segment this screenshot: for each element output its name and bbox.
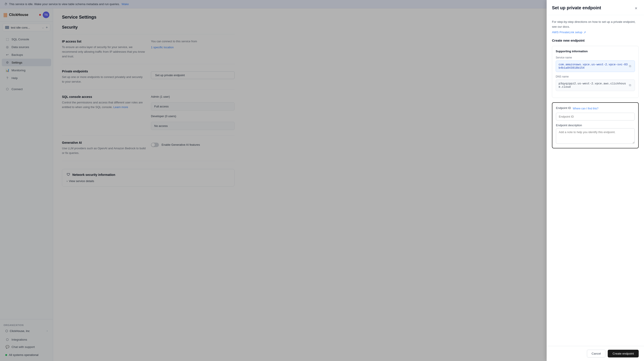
panel-title: Set up private endpoint	[552, 5, 601, 11]
cancel-button[interactable]: Cancel	[587, 350, 606, 357]
panel-description: For step-by-step directions on how to se…	[552, 20, 639, 29]
endpoint-desc-label: Endpoint description	[556, 124, 635, 127]
copy-service-name-button[interactable]: ⧉	[628, 64, 632, 69]
dns-name-value: p3qyqzppz2.us-west-2.vpce.aws.clickhouse…	[558, 82, 628, 89]
panel-header: Set up private endpoint ×	[547, 0, 644, 15]
dns-name-value-box: p3qyqzppz2.us-west-2.vpce.aws.clickhouse…	[556, 80, 635, 91]
endpoint-id-label-row: Endpoint ID Where can I find this?	[556, 106, 635, 111]
create-endpoint-button[interactable]: Create endpoint	[608, 350, 639, 357]
endpoint-id-label: Endpoint ID	[556, 106, 571, 110]
service-name-value-box: com.amazonaws.vpce.us-west-2.vpce-svc-03…	[556, 61, 635, 72]
service-name-row: Service name com.amazonaws.vpce.us-west-…	[556, 56, 635, 72]
aws-privatelink-link[interactable]: AWS PrivateLink setup ↗	[552, 31, 586, 34]
supporting-info-box: Supporting information Service name com.…	[552, 46, 639, 98]
panel-close-button[interactable]: ×	[634, 5, 639, 11]
create-section-title: Create new endpoint	[552, 39, 639, 42]
panel-footer: Cancel Create endpoint	[547, 346, 644, 361]
side-panel: Set up private endpoint × For step-by-st…	[547, 0, 644, 361]
copy-dns-name-button[interactable]: ⧉	[628, 83, 632, 88]
endpoint-description-input[interactable]	[556, 128, 635, 144]
dns-name-row: DNS name p3qyqzppz2.us-west-2.vpce.aws.c…	[556, 75, 635, 91]
endpoint-form-box: Endpoint ID Where can I find this? Endpo…	[552, 102, 639, 148]
service-name-value: com.amazonaws.vpce.us-west-2.vpce-svc-03…	[558, 63, 628, 70]
panel-body: For step-by-step directions on how to se…	[547, 15, 644, 346]
service-name-label: Service name	[556, 56, 635, 59]
where-to-find-link[interactable]: Where can I find this?	[573, 107, 598, 110]
endpoint-id-input[interactable]	[556, 113, 635, 121]
dns-name-label: DNS name	[556, 75, 635, 78]
panel-link-text: AWS PrivateLink setup	[552, 31, 582, 34]
supporting-info-title: Supporting information	[556, 50, 635, 53]
external-link-icon: ↗	[583, 31, 586, 34]
